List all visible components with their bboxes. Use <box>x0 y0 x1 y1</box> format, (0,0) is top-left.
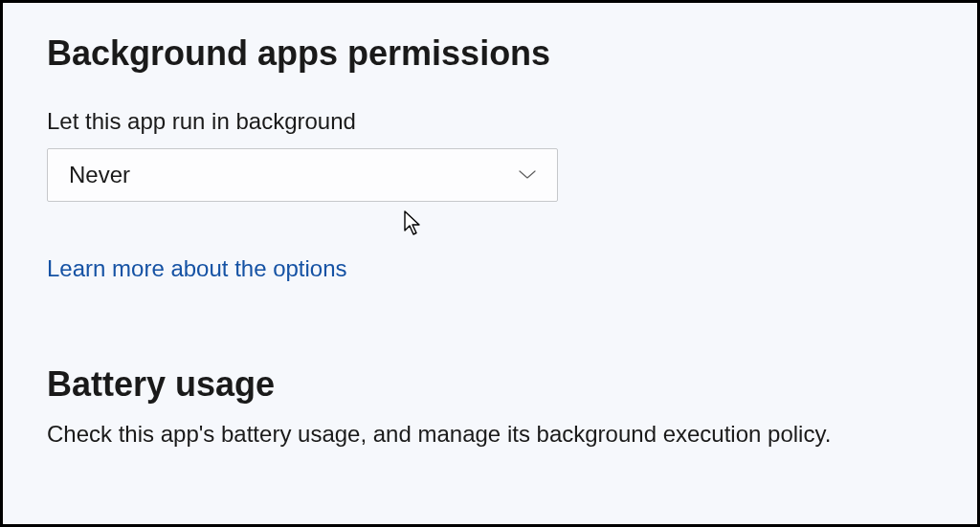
battery-usage-heading: Battery usage <box>47 364 933 405</box>
learn-more-link[interactable]: Learn more about the options <box>47 255 347 282</box>
battery-usage-description: Check this app's battery usage, and mana… <box>47 418 889 450</box>
background-run-label: Let this app run in background <box>47 108 933 135</box>
background-apps-heading: Background apps permissions <box>47 33 933 74</box>
cursor-icon <box>403 209 424 236</box>
background-run-dropdown[interactable]: Never <box>47 148 558 202</box>
chevron-down-icon <box>519 170 536 180</box>
dropdown-selected-value: Never <box>69 162 130 188</box>
